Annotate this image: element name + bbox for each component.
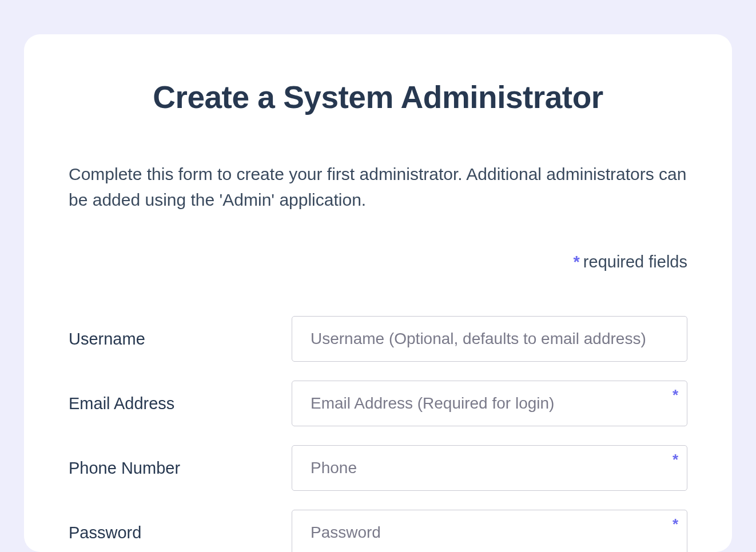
password-label: Password <box>69 523 292 542</box>
required-fields-note: *required fields <box>69 253 687 271</box>
email-input[interactable] <box>292 381 687 426</box>
password-input[interactable] <box>292 510 687 552</box>
username-label: Username <box>69 330 292 349</box>
required-fields-text: required fields <box>583 253 687 271</box>
asterisk-icon: * <box>574 253 580 271</box>
username-input[interactable] <box>292 316 687 362</box>
form-card: Create a System Administrator Complete t… <box>24 34 732 552</box>
email-row: Email Address * <box>69 381 687 426</box>
phone-input[interactable] <box>292 445 687 491</box>
email-label: Email Address <box>69 394 292 413</box>
page-title: Create a System Administrator <box>69 79 687 115</box>
username-input-wrapper <box>292 316 687 362</box>
password-row: Password * <box>69 510 687 552</box>
password-input-wrapper: * <box>292 510 687 552</box>
phone-row: Phone Number * <box>69 445 687 491</box>
phone-label: Phone Number <box>69 459 292 478</box>
email-input-wrapper: * <box>292 381 687 426</box>
asterisk-icon: * <box>673 515 678 533</box>
asterisk-icon: * <box>673 451 678 469</box>
form-description: Complete this form to create your first … <box>69 161 687 213</box>
asterisk-icon: * <box>673 386 678 404</box>
username-row: Username <box>69 316 687 362</box>
phone-input-wrapper: * <box>292 445 687 491</box>
